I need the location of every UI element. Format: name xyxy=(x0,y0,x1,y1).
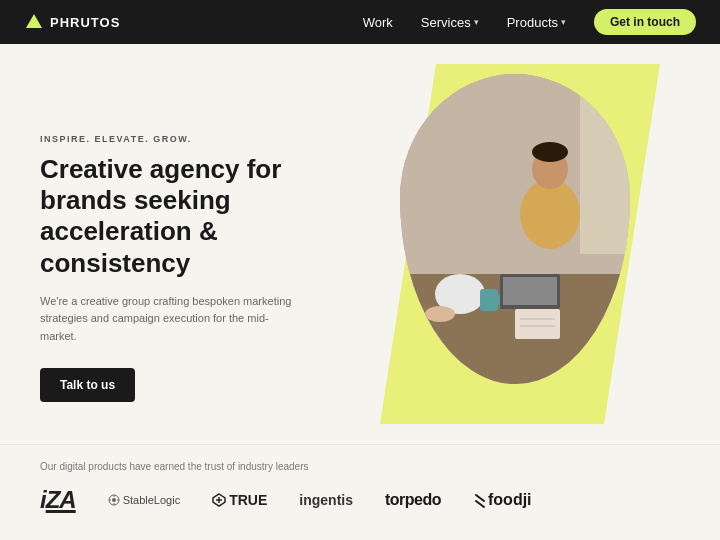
svg-point-17 xyxy=(112,498,116,502)
logo-foodji: foodji xyxy=(473,491,532,509)
svg-marker-0 xyxy=(26,14,42,28)
svg-rect-11 xyxy=(503,277,557,305)
hero-section: INSPIRE. ELEVATE. GROW. Creative agency … xyxy=(0,44,720,444)
trust-label: Our digital products have earned the tru… xyxy=(40,461,680,472)
svg-point-5 xyxy=(532,142,568,162)
trust-logos: iZA StableLogic TRUE inge xyxy=(40,486,680,514)
torpedo-text: torpedo xyxy=(385,491,441,509)
logo-torpedo: torpedo xyxy=(385,491,441,509)
stablelogic-icon xyxy=(108,494,120,506)
logo-icon xyxy=(24,12,44,32)
nav-work[interactable]: Work xyxy=(363,15,393,30)
svg-line-25 xyxy=(476,495,484,501)
hero-subtext: We're a creative group crafting bespoken… xyxy=(40,293,300,346)
true-icon xyxy=(212,493,226,507)
navbar: PHRUTOS Work Services ▾ Products ▾ Get i… xyxy=(0,0,720,44)
foodji-text: foodji xyxy=(473,491,532,509)
nav-products[interactable]: Products ▾ xyxy=(507,15,566,30)
svg-rect-15 xyxy=(580,74,630,254)
svg-point-3 xyxy=(520,179,580,249)
hero-image xyxy=(400,74,630,384)
svg-point-7 xyxy=(425,306,455,322)
stablelogic-text: StableLogic xyxy=(123,494,181,506)
svg-line-26 xyxy=(476,501,484,507)
iza-text: iZA xyxy=(40,486,76,514)
logo: PHRUTOS xyxy=(24,12,120,32)
nav-links: Work Services ▾ Products ▾ Get in touch xyxy=(363,9,696,35)
svg-rect-12 xyxy=(515,309,560,339)
ingentis-text: ingentis xyxy=(299,492,353,508)
hero-heading: Creative agency for brands seeking accel… xyxy=(40,154,360,279)
svg-rect-8 xyxy=(480,289,498,311)
get-in-touch-button[interactable]: Get in touch xyxy=(594,9,696,35)
hero-image-placeholder xyxy=(400,74,630,384)
logo-iza: iZA xyxy=(40,486,76,514)
logo-text: PHRUTOS xyxy=(50,15,120,30)
hero-tagline: INSPIRE. ELEVATE. GROW. xyxy=(40,134,360,144)
talk-to-us-button[interactable]: Talk to us xyxy=(40,368,135,402)
trust-section: Our digital products have earned the tru… xyxy=(0,444,720,534)
nav-services[interactable]: Services ▾ xyxy=(421,15,479,30)
products-chevron-icon: ▾ xyxy=(561,17,566,27)
foodji-icon xyxy=(473,493,487,509)
logo-true: TRUE xyxy=(212,492,267,508)
services-chevron-icon: ▾ xyxy=(474,17,479,27)
logo-stablelogic: StableLogic xyxy=(108,494,181,506)
logo-ingentis: ingentis xyxy=(299,492,353,508)
true-text: TRUE xyxy=(229,492,267,508)
hero-text-block: INSPIRE. ELEVATE. GROW. Creative agency … xyxy=(40,84,360,402)
